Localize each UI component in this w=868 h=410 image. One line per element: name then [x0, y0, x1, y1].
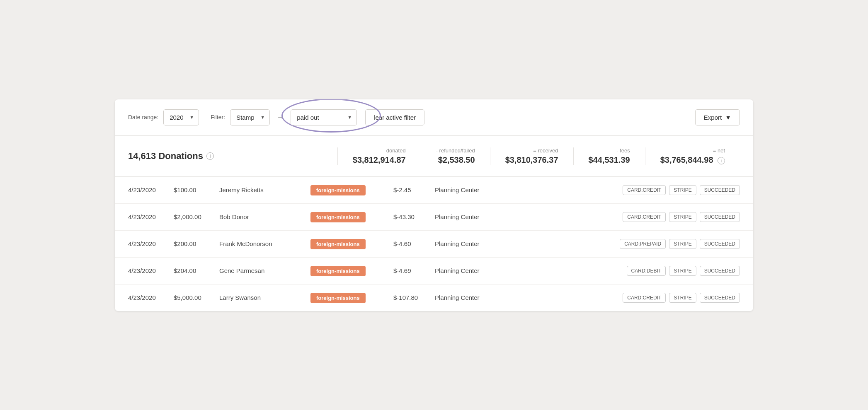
tag-badge: CARD:PREPAID [620, 239, 666, 249]
tag-badge: STRIPE [669, 266, 696, 276]
row-amount: $200.00 [174, 240, 219, 247]
row-fund: foreign-missions [310, 294, 393, 301]
tag-badge: STRIPE [669, 293, 696, 303]
received-value: $3,810,376.37 [505, 155, 558, 164]
toolbar-left: Date range: 2020 2019 2021 ▼ Filter: Sta… [128, 109, 695, 125]
export-label: Export [704, 114, 722, 121]
donated-label: donated [353, 147, 406, 154]
row-amount: $5,000.00 [174, 294, 219, 301]
row-source: Planning Center [435, 186, 509, 193]
fund-badge: foreign-missions [310, 239, 366, 249]
tag-badge: SUCCEEDED [700, 266, 740, 276]
row-date: 4/23/2020 [128, 186, 174, 193]
fees-metric: - fees $44,531.39 [573, 147, 645, 165]
fees-label: - fees [589, 147, 630, 154]
donations-table: 4/23/2020 $100.00 Jeremy Ricketts foreig… [115, 177, 753, 311]
fund-badge: foreign-missions [310, 293, 366, 303]
received-metric: = received $3,810,376.37 [490, 147, 573, 165]
filter-label: Filter: [211, 114, 225, 121]
tag-badge: STRIPE [669, 212, 696, 222]
toolbar: Date range: 2020 2019 2021 ▼ Filter: Sta… [115, 99, 753, 136]
tag-badge: CARD:CREDIT [623, 293, 666, 303]
net-label: = net [660, 147, 725, 154]
filter-value-select[interactable]: paid out pending failed [291, 109, 357, 125]
row-fee: $-4.69 [393, 267, 435, 274]
net-metric: = net $3,765,844.98 i [645, 147, 740, 165]
row-tags: CARD:CREDITSTRIPESUCCEEDED [509, 293, 740, 303]
date-range-label: Date range: [128, 114, 158, 121]
row-fund: foreign-missions [310, 267, 393, 275]
filter-value-wrapper: paid out pending failed ▼ [291, 109, 357, 125]
row-fund: foreign-missions [310, 186, 393, 194]
row-name: Bob Donor [219, 213, 310, 220]
filter-field-wrapper: Stamp Date Fund ▼ [230, 109, 270, 125]
filter-arrow-icon: → [275, 113, 286, 122]
row-source: Planning Center [435, 240, 509, 247]
donated-metric: donated $3,812,914.87 [337, 147, 421, 165]
main-card: Date range: 2020 2019 2021 ▼ Filter: Sta… [115, 99, 753, 311]
row-date: 4/23/2020 [128, 267, 174, 274]
row-date: 4/23/2020 [128, 294, 174, 301]
date-range-select[interactable]: 2020 2019 2021 [163, 109, 199, 125]
row-tags: CARD:PREPAIDSTRIPESUCCEEDED [509, 239, 740, 249]
clear-filter-button[interactable]: lear active filter [365, 109, 424, 125]
received-label: = received [505, 147, 558, 154]
row-tags: CARD:DEBITSTRIPESUCCEEDED [509, 266, 740, 276]
row-name: Jeremy Ricketts [219, 186, 310, 193]
net-info-icon[interactable]: i [718, 157, 725, 164]
table-row[interactable]: 4/23/2020 $2,000.00 Bob Donor foreign-mi… [115, 204, 753, 231]
table-row[interactable]: 4/23/2020 $5,000.00 Larry Swanson foreig… [115, 285, 753, 311]
filter-field-select[interactable]: Stamp Date Fund [230, 109, 270, 125]
row-tags: CARD:CREDITSTRIPESUCCEEDED [509, 212, 740, 222]
refunded-value: $2,538.50 [438, 155, 475, 164]
fund-badge: foreign-missions [310, 266, 366, 276]
tag-badge: SUCCEEDED [700, 185, 740, 195]
donated-value: $3,812,914.87 [353, 155, 406, 164]
row-fee: $-107.80 [393, 294, 435, 301]
fund-badge: foreign-missions [310, 185, 366, 195]
summary-row: 14,613 Donations i donated $3,812,914.87… [115, 136, 753, 177]
date-range-wrapper: 2020 2019 2021 ▼ [163, 109, 199, 125]
row-source: Planning Center [435, 213, 509, 220]
row-date: 4/23/2020 [128, 213, 174, 220]
tag-badge: STRIPE [669, 185, 696, 195]
refunded-metric: - refunded/failed $2,538.50 [421, 147, 490, 165]
tag-badge: CARD:CREDIT [623, 185, 666, 195]
row-fee: $-4.60 [393, 240, 435, 247]
refunded-label: - refunded/failed [436, 147, 475, 154]
row-name: Larry Swanson [219, 294, 310, 301]
table-row[interactable]: 4/23/2020 $100.00 Jeremy Ricketts foreig… [115, 177, 753, 204]
row-name: Frank McDonorson [219, 240, 310, 247]
tag-badge: CARD:CREDIT [623, 212, 666, 222]
row-source: Planning Center [435, 294, 509, 301]
row-name: Gene Parmesan [219, 267, 310, 274]
row-fee: $-43.30 [393, 213, 435, 220]
table-row[interactable]: 4/23/2020 $200.00 Frank McDonorson forei… [115, 231, 753, 258]
net-value: $3,765,844.98 [660, 155, 713, 164]
fees-value: $44,531.39 [589, 155, 630, 164]
table-row[interactable]: 4/23/2020 $204.00 Gene Parmesan foreign-… [115, 258, 753, 285]
summary-info-icon[interactable]: i [206, 152, 214, 160]
tag-badge: SUCCEEDED [700, 212, 740, 222]
export-button[interactable]: Export ▼ [695, 109, 740, 125]
row-amount: $100.00 [174, 186, 219, 193]
row-amount: $2,000.00 [174, 213, 219, 220]
tag-badge: CARD:DEBIT [627, 266, 666, 276]
row-fee: $-2.45 [393, 186, 435, 193]
tag-badge: SUCCEEDED [700, 293, 740, 303]
row-source: Planning Center [435, 267, 509, 274]
row-tags: CARD:CREDITSTRIPESUCCEEDED [509, 185, 740, 195]
row-fund: foreign-missions [310, 240, 393, 248]
tag-badge: SUCCEEDED [700, 239, 740, 249]
summary-title: 14,613 Donations i [128, 151, 337, 162]
row-fund: foreign-missions [310, 213, 393, 221]
row-date: 4/23/2020 [128, 240, 174, 247]
export-arrow-icon: ▼ [725, 114, 731, 121]
summary-metrics: donated $3,812,914.87 - refunded/failed … [337, 147, 740, 165]
row-amount: $204.00 [174, 267, 219, 274]
tag-badge: STRIPE [669, 239, 696, 249]
fund-badge: foreign-missions [310, 212, 366, 222]
filter-value-area: paid out pending failed ▼ [291, 109, 357, 125]
